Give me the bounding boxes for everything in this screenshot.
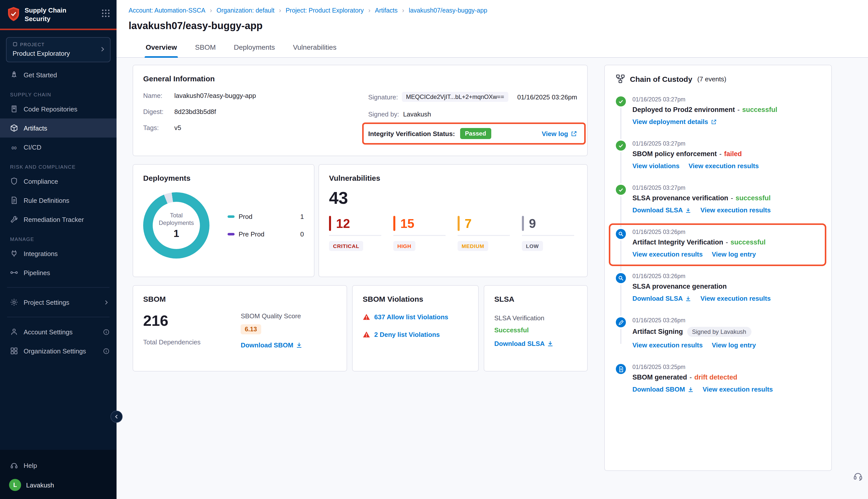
event-slsa-provenance-generation: 01/16/2025 03:26pm SLSA provenance gener… — [616, 273, 820, 302]
sidebar-item-label: Help — [24, 462, 37, 469]
content-area: General Information Name: lavakush07/eas… — [117, 58, 868, 499]
deployments-donut-chart: Total Deployments 1 — [143, 192, 209, 258]
download-sbom-link[interactable]: Download SBOM — [241, 341, 302, 349]
download-icon — [296, 342, 302, 349]
sidebar-divider — [7, 287, 109, 288]
sbom-violations-card: SBOM Violations 637 Allow list Violation… — [352, 285, 479, 372]
sidebar-item-remediation-tracker[interactable]: Remediation Tracker — [0, 210, 117, 229]
breadcrumb-organization[interactable]: Organization: default — [217, 7, 286, 14]
integrity-verification-row: Integrity Verification Status: Passed Vi… — [368, 128, 577, 139]
event-status: drift detected — [695, 374, 737, 381]
deployments-card: Deployments Total Deployments 1 — [133, 164, 314, 277]
legend-item-preprod: Pre Prod 0 — [228, 230, 304, 238]
sidebar-item-integrations[interactable]: Integrations — [0, 244, 117, 263]
event-artifact-signing: 01/16/2025 03:26pm Artifact SigningSigne… — [616, 317, 820, 349]
app-viewport: Supply Chain Security PROJECT Product Ex… — [0, 0, 868, 499]
view-log-link[interactable]: View log — [542, 130, 577, 137]
view-log-entry-link[interactable]: View log entry — [712, 251, 756, 258]
main-area: Account: Automation-SSCA Organization: d… — [117, 0, 868, 499]
sidebar-item-label: Project Settings — [24, 299, 69, 306]
sidebar-item-account-settings[interactable]: Account Settings — [0, 322, 117, 341]
rocket-icon — [10, 71, 18, 79]
breadcrumb-account[interactable]: Account: Automation-SSCA — [129, 7, 217, 14]
artifact-name-value: lavakush07/easy-buggy-app — [174, 92, 256, 99]
chain-events-timeline: 01/16/2025 03:27pm Deployed to Prod2 env… — [616, 96, 820, 393]
tab-vulnerabilities[interactable]: Vulnerabilities — [292, 39, 337, 57]
general-information-card: General Information Name: lavakush07/eas… — [133, 65, 588, 156]
signed-by-badge: Signed by Lavakush — [687, 327, 751, 337]
deployments-legend: Prod 1 Pre Prod 0 — [228, 213, 304, 238]
event-separator: - — [719, 150, 722, 158]
high-label: HIGH — [393, 241, 415, 251]
project-icon — [13, 42, 17, 48]
avatar: L — [9, 479, 21, 491]
download-slsa-link[interactable]: Download SLSA — [494, 340, 554, 348]
event-timestamp: 01/16/2025 03:27pm — [632, 96, 777, 102]
event-timestamp: 01/16/2025 03:26pm — [632, 273, 771, 279]
view-deployment-details-link[interactable]: View deployment details — [632, 118, 717, 125]
support-headset-button[interactable] — [853, 471, 863, 483]
shield-logo-icon — [7, 7, 20, 24]
sidebar-item-organization-settings[interactable]: Organization Settings — [0, 341, 117, 361]
sidebar-item-code-repositories[interactable]: Code Repositories — [0, 99, 117, 119]
sidebar-item-compliance[interactable]: Compliance — [0, 172, 117, 191]
app-switcher-grid-icon[interactable] — [102, 10, 109, 17]
high-count: 15 — [400, 216, 414, 231]
chevron-right-icon — [103, 299, 109, 305]
sidebar-item-project-settings[interactable]: Project Settings — [0, 293, 117, 312]
slsa-verification-status: Successful — [494, 326, 577, 334]
card-title: SLSA — [494, 295, 577, 303]
sidebar-item-help[interactable]: Help — [0, 456, 117, 475]
sidebar-item-rule-definitions[interactable]: Rule Definitions — [0, 191, 117, 210]
view-execution-results-link[interactable]: View execution results — [632, 251, 703, 258]
breadcrumb-artifacts[interactable]: Artifacts — [375, 7, 409, 14]
view-log-entry-link[interactable]: View log entry — [712, 341, 756, 349]
view-execution-results-link[interactable]: View execution results — [688, 162, 759, 170]
external-link-icon — [571, 130, 577, 137]
critical-bar — [329, 216, 331, 231]
signing-icon — [616, 317, 626, 327]
brand-title-line1: Supply Chain — [25, 7, 102, 15]
download-slsa-label: Download SLSA — [494, 340, 545, 348]
download-slsa-link[interactable]: Download SLSA — [632, 295, 691, 302]
view-violations-link[interactable]: View violations — [632, 162, 679, 170]
legend-label: Prod — [239, 213, 252, 220]
project-selector[interactable]: PROJECT Product Exploratory — [6, 37, 110, 62]
allow-list-violations-link[interactable]: 637 Allow list Violations — [374, 313, 448, 321]
card-title: SBOM — [143, 295, 337, 303]
tab-deployments[interactable]: Deployments — [233, 39, 276, 57]
sidebar-item-cicd[interactable]: ∞ CI/CD — [0, 137, 117, 157]
breadcrumb-project[interactable]: Project: Product Exploratory — [286, 7, 375, 14]
tab-overview[interactable]: Overview — [145, 39, 178, 57]
link-label: View deployment details — [632, 118, 708, 125]
tab-sbom[interactable]: SBOM — [194, 39, 217, 57]
download-sbom-link[interactable]: Download SBOM — [632, 386, 694, 393]
event-title: SBOM generated — [632, 374, 687, 381]
legend-value: 1 — [300, 213, 304, 220]
shield-check-icon — [10, 177, 18, 185]
vulnerabilities-card: Vulnerabilities 43 12 CRITICAL 15 HIGH — [318, 164, 588, 277]
user-menu[interactable]: L Lavakush — [0, 475, 117, 491]
sidebar-collapse-button[interactable] — [110, 411, 123, 423]
sidebar-item-artifacts[interactable]: Artifacts — [0, 119, 117, 137]
user-gear-icon — [10, 328, 18, 336]
sidebar-item-get-started[interactable]: Get Started — [0, 65, 117, 84]
download-slsa-link[interactable]: Download SLSA — [632, 206, 691, 214]
signature-date: 01/16/2025 03:26pm — [517, 93, 577, 101]
sidebar-item-pipelines[interactable]: Pipelines — [0, 263, 117, 282]
organization-icon — [10, 347, 18, 355]
view-execution-results-link[interactable]: View execution results — [702, 386, 773, 393]
sidebar-item-label: Remediation Tracker — [24, 216, 84, 223]
view-execution-results-link[interactable]: View execution results — [700, 206, 771, 214]
deny-list-violations-link[interactable]: 2 Deny list Violations — [374, 331, 440, 338]
integrity-status-label: Integrity Verification Status: — [368, 130, 455, 137]
view-execution-results-link[interactable]: View execution results — [700, 295, 771, 302]
breadcrumb-artifact-name[interactable]: lavakush07/easy-buggy-app — [409, 7, 487, 14]
sidebar-item-label: Integrations — [24, 250, 58, 257]
section-label-supply-chain: SUPPLY CHAIN — [0, 92, 117, 97]
sidebar-item-label: Artifacts — [24, 124, 47, 132]
event-separator: - — [690, 374, 692, 381]
section-label-manage: MANAGE — [0, 236, 117, 242]
link-label: Download SBOM — [632, 386, 685, 393]
view-execution-results-link[interactable]: View execution results — [632, 341, 703, 349]
